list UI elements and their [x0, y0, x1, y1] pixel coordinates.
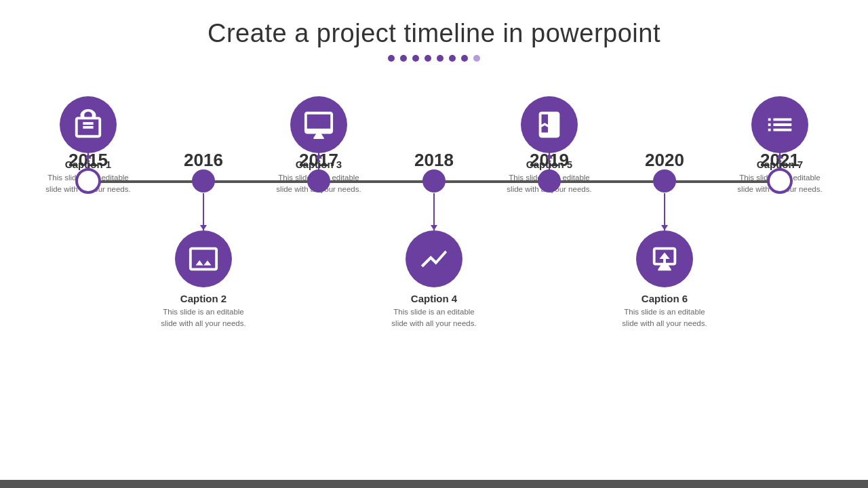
- icon-circle-2020: [636, 230, 693, 287]
- dot-5: [437, 55, 443, 62]
- caption-body-2020: This slide is an editable slide with all…: [620, 306, 709, 330]
- dot-8: [473, 55, 480, 62]
- caption-title-2016: Caption 2: [159, 293, 248, 304]
- caption-title-2020: Caption 6: [620, 293, 709, 304]
- year-label-2018: 2018: [414, 150, 454, 171]
- year-label-2020: 2020: [645, 150, 684, 171]
- dot-3: [412, 55, 419, 62]
- icon-circle-2019: [521, 96, 578, 153]
- icon-circle-2021: [751, 96, 808, 153]
- dot-1: [388, 55, 395, 62]
- caption-title-2017: Caption 3: [275, 159, 363, 170]
- dot-7: [461, 55, 468, 62]
- dot-2: [400, 55, 407, 62]
- caption-title-2019: Caption 5: [505, 159, 593, 170]
- timeline-node-2018: [422, 169, 446, 192]
- timeline-node-2019: [538, 169, 561, 192]
- timeline-node-2021: [767, 168, 793, 194]
- icon-circle-2017: [290, 96, 347, 153]
- icon-circle-2016: [175, 230, 232, 287]
- timeline-node-2016: [192, 169, 215, 192]
- arrow-down-2016: [203, 193, 204, 230]
- icon-circle-2018: [406, 230, 462, 287]
- caption-body-2018: This slide is an editable slide with all…: [390, 306, 478, 330]
- year-label-2016: 2016: [184, 150, 223, 171]
- slide-dots: [388, 55, 480, 62]
- caption-title-2018: Caption 4: [390, 293, 478, 304]
- slide-title: Create a project timeline in powerpoint: [208, 19, 660, 48]
- icon-circle-2015: [60, 96, 117, 153]
- dot-6: [449, 55, 456, 62]
- timeline: 2015Caption 1This slide is an editable s…: [34, 62, 834, 380]
- dot-4: [425, 55, 431, 62]
- arrow-down-2018: [433, 193, 435, 230]
- bottom-bar: [0, 480, 868, 488]
- slide: Create a project timeline in powerpoint …: [0, 0, 868, 488]
- timeline-node-2020: [653, 169, 676, 192]
- timeline-node-2015: [75, 168, 101, 194]
- timeline-node-2017: [307, 169, 330, 192]
- arrow-down-2020: [664, 193, 665, 230]
- svg-rect-0: [83, 126, 93, 129]
- caption-body-2016: This slide is an editable slide with all…: [159, 306, 248, 330]
- svg-rect-1: [83, 122, 93, 125]
